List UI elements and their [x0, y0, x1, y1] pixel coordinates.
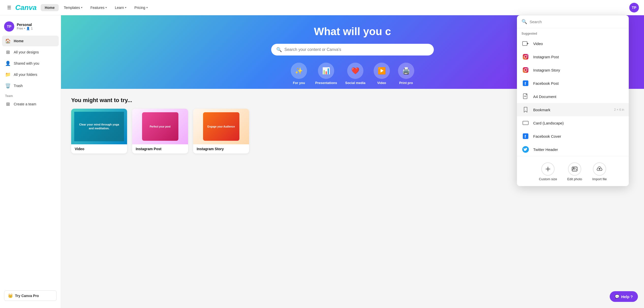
- edit-photo-action[interactable]: Edit photo: [567, 162, 582, 181]
- category-presentations[interactable]: 📊 Presentations: [315, 63, 337, 85]
- sidebar-item-folders[interactable]: 📁 All your folders: [2, 69, 59, 80]
- search-top-input[interactable]: [530, 20, 624, 24]
- sidebar-profile-name: Personal: [17, 23, 33, 27]
- for-you-label: For you: [293, 81, 305, 85]
- user-avatar[interactable]: TP: [629, 3, 639, 12]
- sidebar-item-all-designs[interactable]: ⊞ All your designs: [2, 47, 59, 58]
- search-item-facebook-post[interactable]: f Facebook Post: [517, 77, 629, 90]
- import-file-label: Import file: [592, 177, 607, 181]
- presentations-label: Presentations: [315, 81, 337, 85]
- svg-rect-2: [523, 54, 528, 60]
- designs-icon: ⊞: [5, 49, 11, 55]
- sidebar: TP Personal Free • 👤 1 🏠 Home ⊞ All your…: [0, 15, 61, 308]
- card-landscape-icon: [522, 119, 530, 127]
- edit-photo-label: Edit photo: [567, 177, 582, 181]
- hero-search-input[interactable]: [284, 47, 429, 52]
- search-item-a4-document[interactable]: A4 Document: [517, 90, 629, 103]
- svg-text:f: f: [525, 81, 526, 86]
- features-menu[interactable]: Features ▾: [87, 4, 110, 11]
- pricing-menu[interactable]: Pricing ▾: [131, 4, 151, 11]
- custom-size-icon: [541, 162, 555, 176]
- search-item-card-landscape[interactable]: Card (Landscape): [517, 116, 629, 130]
- search-a4-label: A4 Document: [533, 94, 624, 99]
- help-icon: 💬: [615, 294, 620, 299]
- custom-size-action[interactable]: Custom size: [539, 162, 557, 181]
- search-fb-post-label: Facebook Post: [533, 81, 624, 86]
- sidebar-item-home[interactable]: 🏠 Home: [2, 36, 59, 46]
- sidebar-item-shared[interactable]: 👤 Shared with you: [2, 58, 59, 69]
- search-ig-post-label: Instagram Post: [533, 55, 624, 59]
- svg-marker-1: [527, 43, 529, 45]
- templates-menu[interactable]: Templates ▾: [61, 4, 85, 11]
- home-button[interactable]: Home: [41, 4, 59, 11]
- search-item-instagram-post[interactable]: Instagram Post: [517, 50, 629, 63]
- social-media-icon: ❤️: [347, 63, 363, 79]
- canva-logo[interactable]: Canva: [15, 4, 37, 12]
- crown-icon: 👑: [8, 293, 13, 298]
- sidebar-item-trash[interactable]: 🗑️ Trash: [2, 80, 59, 91]
- learn-chevron: ▾: [125, 6, 126, 9]
- import-file-action[interactable]: Import file: [592, 162, 607, 181]
- try-pro-button[interactable]: 👑 Try Canva Pro: [4, 290, 57, 301]
- search-top-icon: 🔍: [522, 19, 527, 24]
- navbar: ☰ Canva Home Templates ▾ Features ▾ Lear…: [0, 0, 644, 15]
- suggested-label: Suggested: [517, 28, 629, 37]
- help-button[interactable]: 💬 Help ?: [610, 291, 638, 302]
- search-bookmark-label: Bookmark: [533, 108, 610, 112]
- sidebar-create-team-label: Create a team: [14, 102, 36, 106]
- hero-search-icon: 🔍: [276, 47, 282, 52]
- import-file-icon: [593, 162, 606, 176]
- sidebar-item-create-team[interactable]: ⊞ Create a team: [2, 99, 59, 109]
- svg-rect-13: [523, 121, 528, 125]
- print-pro-label: Print pro: [399, 81, 413, 85]
- features-chevron: ▾: [105, 6, 107, 9]
- instagram-story-icon: [522, 66, 530, 74]
- search-item-bookmark[interactable]: Bookmark 2 × 6 in: [517, 103, 629, 116]
- presentations-icon: 📊: [318, 63, 334, 79]
- pricing-chevron: ▾: [146, 6, 148, 9]
- category-print-pro[interactable]: 🖨️ Print pro: [398, 63, 414, 85]
- hamburger-menu[interactable]: ☰: [5, 3, 13, 12]
- svg-rect-5: [523, 67, 528, 73]
- card-video-image: Clear your mind through yoga and meditat…: [71, 109, 127, 144]
- templates-chevron: ▾: [81, 6, 82, 9]
- sidebar-trash-label: Trash: [14, 84, 23, 88]
- card-instagram-image: Perfect your post: [132, 109, 188, 144]
- card-video[interactable]: Clear your mind through yoga and meditat…: [71, 109, 127, 153]
- svg-text:f: f: [525, 134, 526, 139]
- search-item-facebook-cover[interactable]: f Facebook Cover: [517, 130, 629, 143]
- category-for-you[interactable]: ✨ For you: [291, 63, 307, 85]
- bookmark-icon: [522, 106, 530, 114]
- sidebar-nav: 🏠 Home ⊞ All your designs 👤 Shared with …: [0, 36, 61, 91]
- svg-point-4: [527, 55, 528, 55]
- search-item-instagram-story[interactable]: Instagram Story: [517, 63, 629, 77]
- sidebar-home-label: Home: [14, 39, 24, 43]
- search-bookmark-size: 2 × 6 in: [614, 108, 624, 111]
- learn-menu[interactable]: Learn ▾: [112, 4, 129, 11]
- card-instagram-post[interactable]: Perfect your post Instagram Post: [132, 109, 188, 153]
- hero-search-bar[interactable]: 🔍: [271, 44, 434, 55]
- svg-point-7: [527, 68, 528, 69]
- instagram-post-icon: [522, 53, 530, 61]
- category-video[interactable]: ▶️ Video: [374, 63, 390, 85]
- svg-point-20: [573, 168, 574, 169]
- print-pro-icon: 🖨️: [398, 63, 414, 79]
- card-video-label: Video: [71, 144, 127, 153]
- search-input-row[interactable]: 🔍: [517, 15, 629, 28]
- social-media-label: Social media: [345, 81, 365, 85]
- card-story-image: Engage your Audience: [193, 109, 249, 144]
- search-twitter-label: Twitter Header: [533, 147, 624, 152]
- search-item-video[interactable]: Video: [517, 37, 629, 50]
- twitter-icon: [522, 145, 530, 153]
- facebook-cover-icon: f: [522, 132, 530, 140]
- sidebar-team-nav: ⊞ Create a team: [0, 99, 61, 109]
- search-item-twitter-header[interactable]: Twitter Header: [517, 143, 629, 156]
- trash-icon: 🗑️: [5, 83, 11, 89]
- video-label: Video: [377, 81, 386, 85]
- try-pro-label: Try Canva Pro: [15, 294, 39, 298]
- category-social-media[interactable]: ❤️ Social media: [345, 63, 365, 85]
- custom-size-label: Custom size: [539, 177, 557, 181]
- card-instagram-story[interactable]: Engage your Audience Instagram Story: [193, 109, 249, 153]
- team-section-label: Team: [0, 91, 61, 99]
- card-story-label: Instagram Story: [193, 144, 249, 153]
